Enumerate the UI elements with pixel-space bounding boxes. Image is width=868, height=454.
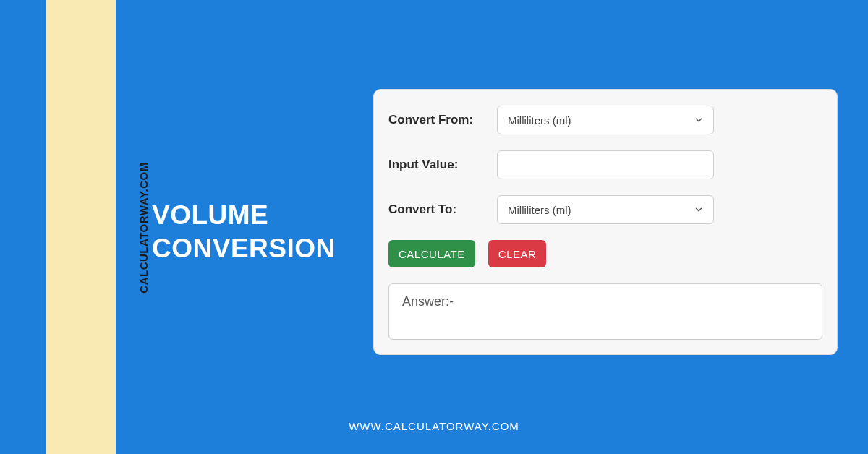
select-value-convert-from: Milliliters (ml) xyxy=(497,106,714,134)
row-input-value: Input Value: xyxy=(388,150,822,179)
select-convert-from[interactable]: Milliliters (ml) xyxy=(497,106,714,134)
title-line-2: CONVERSION xyxy=(152,232,336,265)
title-line-1: VOLUME xyxy=(152,199,336,232)
yellow-stripe xyxy=(46,0,116,454)
select-convert-to[interactable]: Milliliters (ml) xyxy=(497,195,714,224)
button-row: CALCULATE CLEAR xyxy=(388,240,822,267)
label-convert-to: Convert To: xyxy=(388,202,497,217)
clear-button[interactable]: CLEAR xyxy=(488,240,547,267)
footer-url: WWW.CALCULATORWAY.COM xyxy=(349,420,519,432)
answer-label: Answer:- xyxy=(402,294,454,309)
answer-box: Answer:- xyxy=(388,283,822,340)
row-convert-to: Convert To: Milliliters (ml) xyxy=(388,195,822,224)
calculate-button[interactable]: CALCULATE xyxy=(388,240,475,267)
page-title: VOLUME CONVERSION xyxy=(152,199,336,266)
converter-card: Convert From: Milliliters (ml) Input Val… xyxy=(373,89,838,355)
row-convert-from: Convert From: Milliliters (ml) xyxy=(388,106,822,134)
select-value-convert-to: Milliliters (ml) xyxy=(497,195,714,224)
label-input-value: Input Value: xyxy=(388,158,497,172)
label-convert-from: Convert From: xyxy=(388,113,497,127)
input-value-field[interactable] xyxy=(497,150,714,179)
brand-vertical: CALCULATORWAY.COM xyxy=(137,162,150,293)
